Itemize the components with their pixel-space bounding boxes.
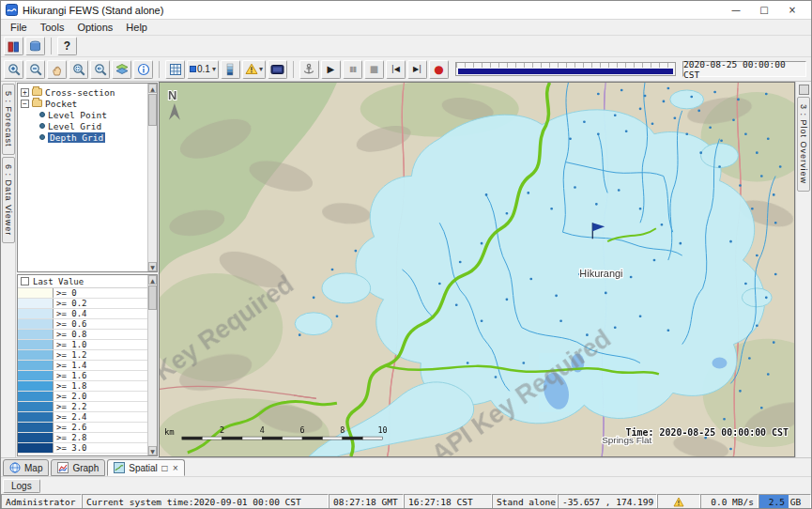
legend-swatch <box>18 330 54 339</box>
legend-panel: Last Value >= 0 >= 0.2 >= 0.4 >= 0.6 >= … <box>17 274 158 456</box>
zoom-previous-button[interactable] <box>90 60 110 79</box>
layer-node-icon <box>39 123 45 129</box>
tree-scrollbar[interactable]: ▲ ▼ <box>147 84 157 271</box>
spatial-map-icon <box>114 462 125 473</box>
tab-graph[interactable]: Graph <box>51 459 105 476</box>
map-canvas[interactable]: API Key Required API Key Required Hikura… <box>160 83 794 456</box>
scroll-thumb[interactable] <box>148 94 157 126</box>
warning-triangle-icon <box>245 63 258 75</box>
legend-swatch <box>18 412 54 422</box>
tree-item-cross-section[interactable]: + Cross-section <box>21 86 146 98</box>
tree-item-level-grid[interactable]: Level Grid <box>21 120 146 131</box>
tree-item-level-point[interactable]: Level Point <box>21 109 146 120</box>
scale-tick: 10 <box>378 425 388 435</box>
tab-spatial[interactable]: Spatial □ × <box>107 459 185 476</box>
legend-label: >= 0.8 <box>54 330 87 339</box>
legend-label: >= 1.4 <box>54 361 87 370</box>
zoom-rectangle-button[interactable] <box>69 60 88 79</box>
minimize-button[interactable]: — <box>722 5 750 15</box>
tab-data-viewer[interactable]: 6 : Data Viewer <box>2 157 15 243</box>
scale-tick: 4 <box>260 425 265 435</box>
legend-swatch <box>18 350 54 360</box>
menu-tools[interactable]: Tools <box>34 21 71 34</box>
tree-label: Pocket <box>45 99 77 109</box>
thresholds-dropdown[interactable]: ▾ <box>242 60 266 79</box>
record-movie-button[interactable]: ● <box>429 60 449 79</box>
grid-icon <box>169 63 182 76</box>
legend-swatch <box>18 371 54 380</box>
legend-row: >= 3.0 <box>18 443 147 454</box>
info-icon <box>137 63 150 76</box>
menu-help[interactable]: Help <box>119 21 154 34</box>
tab-map[interactable]: Map <box>3 459 49 476</box>
time-slider[interactable] <box>455 62 676 76</box>
title-bar: Hikurangi FEWS (Stand alone) — □ × <box>1 1 811 20</box>
tree-item-depth-grid[interactable]: Depth Grid <box>21 131 146 143</box>
last-value-checkbox[interactable] <box>21 277 29 285</box>
app-logo-icon <box>6 4 18 16</box>
map-viewport[interactable]: API Key Required API Key Required Hikura… <box>159 82 795 457</box>
scroll-up-icon[interactable]: ▲ <box>148 84 157 93</box>
anchor-time-button[interactable] <box>299 60 319 79</box>
legend-label: >= 1.6 <box>54 371 87 380</box>
tab-close-icon[interactable]: × <box>172 464 178 472</box>
help-button[interactable]: ? <box>57 37 77 55</box>
status-mode: Stand alone <box>492 494 558 509</box>
info-button[interactable] <box>133 60 153 79</box>
collapse-icon[interactable]: − <box>21 100 29 108</box>
pan-button[interactable] <box>47 60 67 79</box>
layer-node-icon <box>39 134 45 140</box>
legend-row: >= 1.0 <box>18 340 147 350</box>
menu-file[interactable]: File <box>4 21 34 34</box>
zoom-in-button[interactable] <box>4 60 23 79</box>
play-button[interactable]: ▶ <box>321 60 341 79</box>
main-toolbar: ? <box>1 36 811 57</box>
help-icon: ? <box>64 39 70 53</box>
grid-display-button[interactable] <box>165 60 185 79</box>
status-warning-cell[interactable] <box>657 494 700 509</box>
zoom-out-button[interactable] <box>25 60 45 79</box>
movie-screen-icon <box>270 63 284 76</box>
scroll-down-icon[interactable]: ▼ <box>148 446 157 455</box>
class-interval-dropdown[interactable]: 0.1 ▾ <box>187 60 219 79</box>
expand-icon[interactable]: + <box>21 88 29 97</box>
pause-button[interactable]: ▮▮ <box>343 60 362 79</box>
scale-tick: 2 <box>220 425 224 435</box>
legend-row: >= 2.0 <box>18 392 147 402</box>
legend-row: >= 2.8 <box>18 433 147 443</box>
stop-button[interactable]: ■ <box>364 60 384 79</box>
close-button[interactable]: × <box>778 5 806 15</box>
menu-options[interactable]: Options <box>70 21 119 34</box>
zoom-rectangle-icon <box>72 63 85 76</box>
database-viewer-button[interactable] <box>25 37 45 55</box>
skip-to-end-button[interactable]: ▶| <box>407 60 427 79</box>
skip-to-start-button[interactable]: |◀ <box>386 60 406 79</box>
scroll-up-icon[interactable]: ▲ <box>148 275 157 285</box>
status-download-rate: 0.0 MB/s <box>700 494 758 509</box>
layers-button[interactable] <box>112 60 131 79</box>
scroll-thumb[interactable] <box>148 285 157 310</box>
legend-classes-button[interactable] <box>221 60 240 79</box>
legend-swatch <box>18 309 54 318</box>
tab-plot-overview[interactable]: 3 : Plot Overview <box>797 97 810 192</box>
legend-row: >= 2.6 <box>18 423 147 433</box>
legend-scrollbar[interactable]: ▲ ▼ <box>147 275 157 455</box>
legend-swatch <box>18 443 54 453</box>
tab-forecast[interactable]: 5 : Forecast <box>2 84 15 155</box>
maximize-button[interactable]: □ <box>750 5 778 15</box>
status-system-time: Current system time:2020-09-01 00:00 CST <box>82 494 329 509</box>
animation-export-button[interactable] <box>268 60 287 79</box>
tree-item-pocket[interactable]: − Pocket <box>21 98 146 109</box>
logs-button[interactable]: Logs <box>3 479 40 493</box>
legend-swatch <box>18 288 54 298</box>
interval-swatch-icon <box>190 66 196 72</box>
log-browser-button[interactable] <box>4 37 23 55</box>
tab-float-icon[interactable]: □ <box>161 464 169 472</box>
dock-handle-icon[interactable] <box>799 85 809 95</box>
status-user: Administrator <box>1 494 82 509</box>
legend-label: >= 2.2 <box>54 402 87 411</box>
tab-graph-label: Graph <box>72 463 99 473</box>
scroll-down-icon[interactable]: ▼ <box>148 262 157 271</box>
chevron-down-icon: ▾ <box>259 65 263 73</box>
tree-label: Level Point <box>48 110 107 120</box>
